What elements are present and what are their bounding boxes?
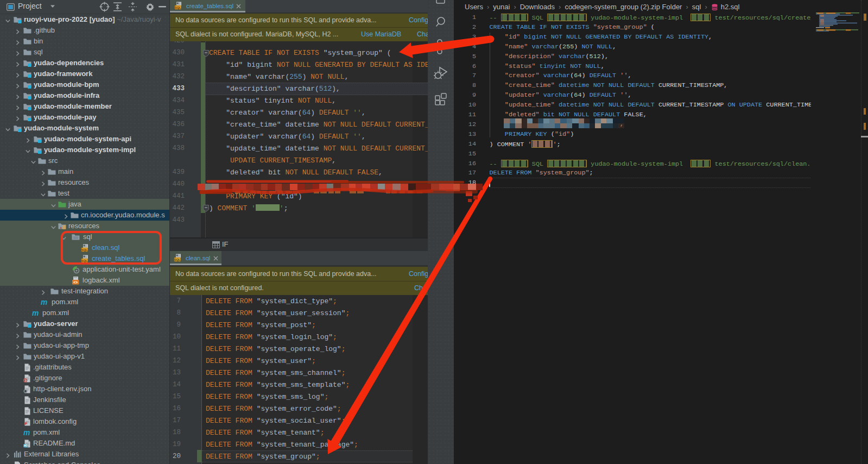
svg-text:MD: MD bbox=[24, 444, 28, 447]
svg-text:SQL: SQL bbox=[81, 248, 88, 252]
svg-text:SQL: SQL bbox=[175, 6, 181, 9]
svg-text:m: m bbox=[41, 298, 47, 306]
svg-text:m: m bbox=[32, 309, 39, 317]
svg-text:SQL: SQL bbox=[81, 259, 88, 262]
svg-text:SQL: SQL bbox=[174, 258, 181, 261]
svg-text:m: m bbox=[23, 429, 30, 436]
svg-text:<>: <> bbox=[73, 281, 78, 285]
